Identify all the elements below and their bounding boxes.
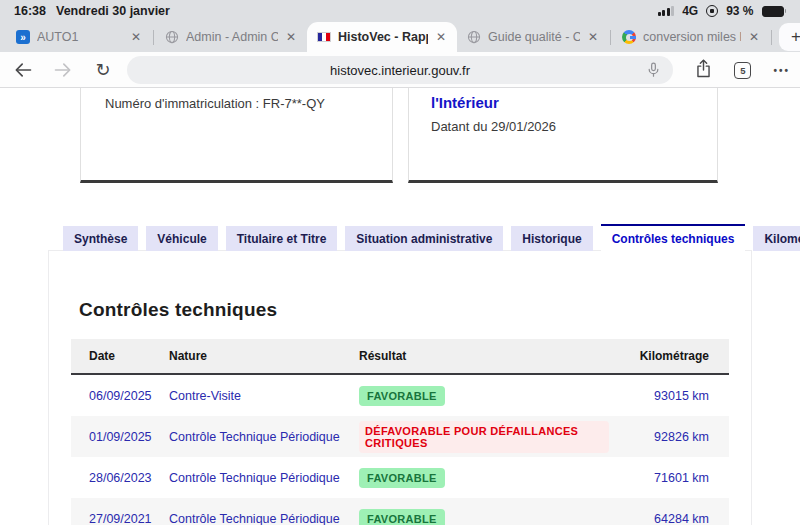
report-section-tabs: Synthèse Véhicule Titulaire et Titre Sit… — [63, 224, 800, 251]
clock: 16:38 — [14, 4, 46, 18]
back-arrow-icon — [13, 61, 33, 79]
table-row: 28/06/2023 Contrôle Technique Périodique… — [71, 457, 729, 498]
microphone-icon[interactable] — [646, 62, 661, 82]
table-row: 06/09/2025 Contre-Visite FAVORABLE 93015… — [71, 375, 729, 416]
table-row: 01/09/2025 Contrôle Technique Périodique… — [71, 416, 729, 457]
cell-date: 06/09/2025 — [71, 389, 169, 403]
tab-titulaire-et-titre[interactable]: Titulaire et Titre — [226, 226, 338, 251]
header-kilometrage: Kilométrage — [609, 349, 729, 363]
close-tab-icon[interactable]: ✕ — [587, 31, 599, 43]
table-header-row: Date Nature Résultat Kilométrage — [71, 339, 729, 375]
cell-date: 28/06/2023 — [71, 471, 169, 485]
back-button[interactable] — [6, 55, 40, 85]
battery-icon — [762, 6, 787, 17]
reload-icon: ↻ — [95, 59, 110, 81]
close-tab-icon[interactable]: ✕ — [748, 31, 760, 43]
cell-nature: Contrôle Technique Périodique — [169, 512, 359, 525]
french-flag-favicon — [317, 32, 331, 42]
tab-kilometrage[interactable]: Kilométrage — [753, 226, 800, 251]
tab-overview-button[interactable]: 5 — [734, 62, 751, 79]
browser-tab-label: AUTO1 — [37, 30, 123, 44]
battery-percent: 93 % — [726, 4, 753, 18]
browser-tab-label: conversion miles km — [643, 30, 741, 44]
certificate-title: l'Intérieur — [409, 88, 717, 111]
reload-button[interactable]: ↻ — [86, 55, 120, 85]
browser-tab-conversion[interactable]: conversion miles km ✕ — [612, 22, 770, 52]
header-date: Date — [71, 349, 169, 363]
close-tab-icon[interactable]: ✕ — [435, 31, 447, 43]
cell-nature: Contrôle Technique Périodique — [169, 471, 359, 485]
browser-tab-label: Guide qualité - Com — [488, 30, 580, 44]
globe-favicon — [467, 30, 481, 44]
registration-number: Numéro d'immatriculation : FR-7**-QY — [81, 88, 392, 111]
google-favicon — [622, 30, 636, 44]
cell-kilometrage: 64284 km — [609, 512, 729, 525]
browser-tab-guide[interactable]: Guide qualité - Com ✕ — [457, 22, 609, 52]
url-text: histovec.interieur.gouv.fr — [330, 63, 470, 78]
browser-tab-strip: » AUTO1 ✕ Admin - Admin Cent ✕ HistoVec … — [0, 22, 800, 52]
new-tab-button[interactable]: + — [779, 23, 800, 51]
network-type: 4G — [682, 4, 698, 18]
result-badge: DÉFAVORABLE POUR DÉFAILLANCES CRITIQUES — [359, 421, 609, 453]
tab-separator — [610, 30, 611, 45]
cell-kilometrage: 93015 km — [609, 389, 729, 403]
browser-tab-histovec-active[interactable]: HistoVec - Rapport v ✕ — [307, 22, 457, 52]
tab-separator — [153, 30, 154, 45]
close-tab-icon[interactable]: ✕ — [285, 31, 297, 43]
result-badge: FAVORABLE — [359, 386, 445, 406]
cell-nature: Contrôle Technique Périodique — [169, 430, 359, 444]
status-date: Vendredi 30 janvier — [56, 4, 170, 18]
browser-tab-label: HistoVec - Rapport v — [338, 30, 428, 44]
auto1-favicon: » — [16, 30, 30, 44]
certificate-card: l'Intérieur Datant du 29/01/2026 — [408, 88, 718, 183]
rotation-lock-icon — [706, 5, 718, 17]
result-badge: FAVORABLE — [359, 468, 445, 488]
overflow-menu-icon[interactable]: ••• — [773, 65, 790, 76]
tab-controles-techniques[interactable]: Contrôles techniques — [601, 224, 746, 251]
header-nature: Nature — [169, 349, 359, 363]
controles-techniques-panel: Contrôles techniques Date Nature Résulta… — [48, 250, 752, 525]
tab-synthese[interactable]: Synthèse — [63, 226, 138, 251]
technical-inspections-table: Date Nature Résultat Kilométrage 06/09/2… — [71, 339, 729, 525]
status-bar: 16:38 Vendredi 30 janvier 4G 93 % — [0, 0, 800, 22]
cell-kilometrage: 71601 km — [609, 471, 729, 485]
browser-tab-label: Admin - Admin Cent — [186, 30, 278, 44]
share-icon[interactable] — [695, 59, 712, 82]
table-row: 27/09/2021 Contrôle Technique Périodique… — [71, 498, 729, 525]
header-resultat: Résultat — [359, 349, 609, 363]
section-title: Contrôles techniques — [79, 299, 751, 321]
forward-button[interactable] — [46, 55, 80, 85]
cell-date: 27/09/2021 — [71, 512, 169, 525]
cell-date: 01/09/2025 — [71, 430, 169, 444]
tab-situation-administrative[interactable]: Situation administrative — [345, 226, 503, 251]
globe-favicon — [165, 30, 179, 44]
forward-arrow-icon — [53, 61, 73, 79]
cell-kilometrage: 92826 km — [609, 430, 729, 444]
address-bar[interactable]: histovec.interieur.gouv.fr — [127, 56, 673, 84]
histovec-page: Numéro d'immatriculation : FR-7**-QY l'I… — [0, 88, 800, 525]
tab-vehicule[interactable]: Véhicule — [146, 226, 217, 251]
close-tab-icon[interactable]: ✕ — [130, 31, 142, 43]
cell-nature: Contre-Visite — [169, 389, 359, 403]
browser-tab-auto1[interactable]: » AUTO1 ✕ — [6, 22, 152, 52]
result-badge: FAVORABLE — [359, 509, 445, 525]
certificate-date: Datant du 29/01/2026 — [409, 111, 717, 134]
browser-tab-admin[interactable]: Admin - Admin Cent ✕ — [155, 22, 307, 52]
signal-strength-icon — [658, 6, 675, 16]
tab-historique[interactable]: Historique — [511, 226, 592, 251]
tab-separator — [771, 30, 772, 45]
browser-toolbar: ↻ histovec.interieur.gouv.fr 5 ••• — [0, 52, 800, 88]
vehicle-summary-card: Numéro d'immatriculation : FR-7**-QY — [80, 88, 393, 183]
